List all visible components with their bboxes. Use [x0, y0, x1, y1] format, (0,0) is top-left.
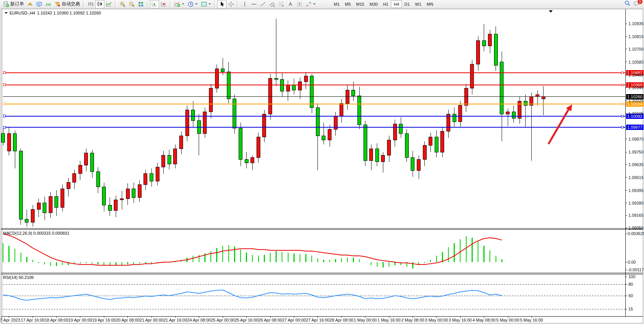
candle-body: [352, 90, 355, 96]
line-handle[interactable]: [3, 72, 6, 74]
line-handle[interactable]: [3, 115, 6, 117]
auto-scroll-icon: [151, 1, 158, 7]
line-handle[interactable]: [621, 84, 623, 86]
horizontal-line-tool-button[interactable]: [249, 0, 258, 8]
candle-body: [417, 160, 421, 170]
gold-arrow-button[interactable]: [26, 0, 35, 8]
cursor-tool-button[interactable]: [217, 0, 226, 8]
price-tick-label: 1.10580: [628, 60, 644, 64]
chart-window[interactable]: 1.104821.103691.102601.101941.100821.099…: [0, 8, 644, 325]
rsi-axis-label: 15: [628, 307, 633, 311]
market-depth-button[interactable]: [35, 0, 44, 8]
cursor-icon: [219, 1, 225, 7]
candle-body: [542, 97, 545, 99]
auto-scroll-button[interactable]: [150, 0, 159, 8]
candle-body: [536, 94, 539, 97]
channel-tool-button[interactable]: E: [268, 0, 277, 8]
macd-label: MACD(12,26,9) 0.000315 0.000831: [3, 231, 69, 235]
tf-button-H1[interactable]: H1: [380, 0, 391, 8]
tf-button-MN[interactable]: MN: [424, 0, 436, 8]
autotrade-funnel-icon: [54, 1, 61, 7]
tf-button-M15[interactable]: M15: [354, 0, 367, 8]
crosshair-icon: [228, 1, 234, 7]
line-handle[interactable]: [621, 115, 623, 117]
periods-button[interactable]: [186, 0, 199, 8]
chart-canvas[interactable]: 1.104821.103691.102601.101941.100821.099…: [0, 8, 644, 325]
candle-body: [251, 157, 254, 163]
bar-chart-mode-button[interactable]: [86, 0, 95, 8]
price-tick-label: 1.09750: [628, 150, 644, 154]
candle-body: [506, 112, 510, 114]
time-tick-label: 1 May 16:00: [378, 318, 401, 322]
price-tick-label: 1.09515: [628, 175, 644, 180]
svg-text:F: F: [282, 5, 284, 7]
tile-windows-button[interactable]: [136, 0, 145, 8]
text-tool-button[interactable]: A: [286, 0, 295, 8]
price-tick-label: 1.10460: [628, 73, 644, 77]
indicators-icon: [174, 1, 180, 7]
time-tick-label: 17 Apr 16:00: [21, 318, 45, 322]
toolbar-separator: [83, 1, 84, 8]
candle-body: [399, 124, 403, 134]
timeframe-group: M1M5M15M30H1H4D1W1MN: [331, 0, 436, 8]
crosshair-tool-button[interactable]: [226, 0, 236, 8]
search-icon[interactable]: [624, 0, 631, 8]
arrows-tool-button[interactable]: [304, 0, 317, 8]
time-tick-label: 24 Apr 08:00: [187, 318, 211, 322]
indicators-dropdown-arrow[interactable]: [182, 3, 184, 6]
candle-body: [2, 134, 5, 142]
line-handle[interactable]: [3, 84, 6, 86]
candle-body: [126, 189, 129, 199]
arrows-dropdown-arrow[interactable]: [313, 3, 316, 6]
candle-body: [340, 103, 343, 116]
templates-button[interactable]: [199, 0, 213, 8]
tf-button-W1[interactable]: W1: [413, 0, 424, 8]
rsi-label: RSI(14) 50.2106: [3, 275, 34, 280]
time-tick-label: 27 Apr 00:00: [282, 318, 306, 322]
line-handle[interactable]: [3, 103, 6, 105]
chart-shift-button[interactable]: [159, 0, 168, 8]
text-label-tool-button[interactable]: T: [295, 0, 304, 8]
candle-body: [263, 114, 266, 137]
line-handle[interactable]: [621, 72, 623, 74]
tf-button-D1[interactable]: D1: [402, 0, 413, 8]
time-tick-label: 25 Apr 00:00: [211, 318, 234, 322]
equidistant-channel-icon: E: [269, 1, 275, 7]
tf-button-M5[interactable]: M5: [342, 0, 353, 8]
autotrade-label: 自动交易: [62, 1, 80, 7]
time-tick-label: 28 Apr 08:00: [330, 318, 353, 322]
line-handle[interactable]: [3, 126, 6, 128]
indicators-button[interactable]: [173, 0, 186, 8]
signals-button[interactable]: [44, 0, 53, 8]
candlestick-icon: [97, 1, 103, 7]
line-handle[interactable]: [621, 126, 623, 128]
line-chart-mode-button[interactable]: [104, 0, 113, 8]
zoom-in-button[interactable]: [118, 0, 127, 8]
vertical-line-tool-button[interactable]: [240, 0, 249, 8]
candle-body: [292, 85, 296, 90]
symbol-dropdown-icon[interactable]: [5, 12, 8, 15]
tf-button-M1[interactable]: M1: [331, 0, 342, 8]
autotrade-button[interactable]: 自动交易: [53, 0, 81, 8]
price-tick-label: 1.09870: [628, 137, 644, 141]
candle-body: [114, 200, 118, 210]
line-handle[interactable]: [621, 103, 623, 105]
tf-button-H4[interactable]: H4: [391, 0, 402, 8]
candle-body: [37, 203, 40, 210]
candle-body: [387, 140, 391, 155]
candle-body: [524, 101, 527, 105]
new-order-button[interactable]: 新订单: [2, 0, 26, 8]
rsi-axis-label: 100: [628, 274, 635, 279]
tf-button-M30[interactable]: M30: [367, 0, 380, 8]
candlestick-mode-button[interactable]: [95, 0, 104, 8]
fibonacci-tool-button[interactable]: F: [277, 0, 286, 8]
chat-button[interactable]: 1: [634, 0, 640, 8]
periods-dropdown-arrow[interactable]: [195, 3, 198, 6]
zoom-out-button[interactable]: [127, 0, 136, 8]
trendline-tool-button[interactable]: [258, 0, 268, 8]
candle-body: [477, 40, 480, 64]
candle-body: [61, 189, 64, 207]
candle-body: [363, 125, 367, 161]
time-tick-label: 1 May 00:00: [354, 318, 377, 322]
templates-dropdown-arrow[interactable]: [209, 3, 211, 6]
